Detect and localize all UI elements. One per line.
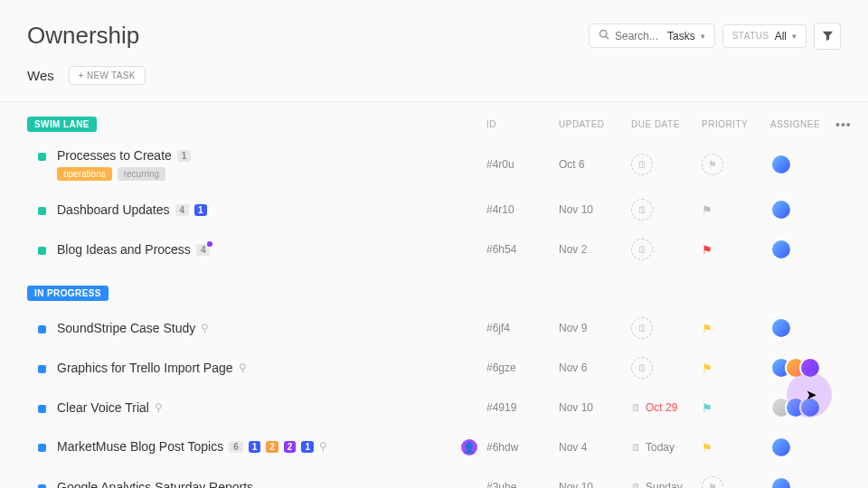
task-title[interactable]: Blog Ideas and Process bbox=[57, 242, 191, 257]
status-dot[interactable] bbox=[38, 325, 46, 333]
task-id[interactable]: #3uhe bbox=[486, 481, 559, 488]
avatar[interactable] bbox=[799, 397, 821, 418]
due-date[interactable]: 🗓Today bbox=[631, 441, 702, 454]
subtask-count: 6 bbox=[229, 441, 243, 453]
status-dot[interactable] bbox=[38, 365, 46, 373]
avatar[interactable] bbox=[799, 357, 821, 379]
status-dot[interactable] bbox=[38, 247, 46, 255]
avatar[interactable] bbox=[770, 154, 792, 175]
new-task-button[interactable]: + NEW TASK bbox=[69, 66, 146, 85]
assignee[interactable] bbox=[770, 397, 835, 418]
priority-empty[interactable]: ⚑ bbox=[702, 154, 770, 175]
tag[interactable]: operations bbox=[57, 167, 112, 181]
task-badge: 1 bbox=[194, 204, 207, 216]
mention-icon[interactable]: 👤 bbox=[461, 439, 477, 455]
due-date-empty[interactable]: 🗓 bbox=[631, 317, 702, 339]
task-row[interactable]: Dashboard Updates 41 #4r10Nov 10🗓⚑ bbox=[27, 190, 841, 230]
avatar[interactable] bbox=[770, 239, 792, 260]
group-pill[interactable]: IN PROGRESS bbox=[27, 286, 108, 301]
task-row[interactable]: MarketMuse Blog Post Topics 61221⚲ 👤 #6h… bbox=[27, 427, 841, 467]
col-id[interactable]: ID bbox=[486, 119, 559, 129]
assignee[interactable] bbox=[770, 476, 835, 488]
status-dot[interactable] bbox=[38, 207, 46, 215]
due-date-empty[interactable]: 🗓 bbox=[631, 239, 702, 260]
priority-flag[interactable]: ⚑ bbox=[702, 243, 770, 257]
task-title[interactable]: MarketMuse Blog Post Topics bbox=[57, 439, 223, 454]
assignee[interactable] bbox=[770, 317, 835, 339]
task-id[interactable]: #4r0u bbox=[486, 158, 559, 171]
due-date[interactable]: 🗓Oct 29 bbox=[631, 401, 702, 414]
calendar-icon: 🗓 bbox=[631, 317, 653, 339]
due-date-empty[interactable]: 🗓 bbox=[631, 199, 702, 221]
task-row[interactable]: Blog Ideas and Process 4 #6h54Nov 2🗓⚑ bbox=[27, 230, 841, 269]
status-dot[interactable] bbox=[38, 153, 46, 161]
col-priority[interactable]: PRIORITY bbox=[702, 119, 770, 129]
task-row[interactable]: Graphics for Trello Import Page ⚲ #6gzeN… bbox=[27, 348, 841, 388]
status-dot[interactable] bbox=[38, 444, 46, 452]
due-date[interactable]: 🗓Sunday bbox=[631, 481, 702, 488]
column-headers: SWIM LANE ID UPDATED DUE DATE PRIORITY A… bbox=[27, 115, 841, 139]
avatar[interactable] bbox=[770, 317, 792, 339]
status-value: All bbox=[775, 30, 787, 42]
task-title[interactable]: Dashboard Updates bbox=[57, 202, 170, 217]
col-updated[interactable]: UPDATED bbox=[559, 119, 631, 129]
col-due[interactable]: DUE DATE bbox=[631, 119, 702, 129]
group-pill[interactable]: SWIM LANE bbox=[27, 117, 97, 132]
search-input[interactable] bbox=[615, 30, 662, 42]
search-scope[interactable]: Tasks bbox=[667, 30, 695, 42]
col-assignee[interactable]: ASSIGNEE bbox=[770, 119, 835, 129]
assignee[interactable] bbox=[770, 199, 835, 221]
avatar[interactable] bbox=[770, 476, 792, 488]
priority-flag[interactable]: ⚑ bbox=[702, 203, 770, 217]
flag-icon: ⚑ bbox=[702, 243, 712, 257]
filter-button[interactable] bbox=[814, 23, 841, 50]
flag-icon: ⚑ bbox=[702, 476, 723, 488]
task-id[interactable]: #4r10 bbox=[486, 203, 559, 216]
tag[interactable]: recurring bbox=[118, 167, 165, 181]
chevron-down-icon: ▾ bbox=[701, 32, 705, 41]
assignee[interactable] bbox=[770, 436, 835, 458]
status-filter[interactable]: STATUS All ▾ bbox=[722, 24, 807, 48]
task-title[interactable]: Google Analytics Saturday Reports bbox=[57, 480, 253, 488]
priority-flag[interactable]: ⚑ bbox=[702, 361, 770, 375]
updated-date: Nov 6 bbox=[559, 361, 631, 374]
task-id[interactable]: #6h54 bbox=[486, 243, 559, 256]
updated-date: Nov 9 bbox=[559, 322, 631, 334]
more-columns-button[interactable]: ••• bbox=[835, 117, 850, 132]
priority-flag[interactable]: ⚑ bbox=[702, 401, 770, 415]
flag-icon: ⚑ bbox=[702, 361, 712, 375]
assignee[interactable] bbox=[770, 154, 835, 175]
status-dot[interactable] bbox=[38, 484, 46, 488]
task-row[interactable]: SoundStripe Case Study ⚲ #6jf4Nov 9🗓⚑ bbox=[27, 308, 841, 348]
task-badge: 2 bbox=[284, 441, 297, 453]
task-list: SWIM LANE ID UPDATED DUE DATE PRIORITY A… bbox=[0, 102, 868, 488]
subtask-count: 4 bbox=[175, 204, 190, 216]
assignee[interactable] bbox=[770, 357, 835, 379]
task-title[interactable]: Clear Voice Trial bbox=[57, 400, 149, 415]
task-row[interactable]: Google Analytics Saturday Reports #3uheN… bbox=[27, 467, 841, 488]
avatar[interactable] bbox=[770, 199, 792, 221]
task-id[interactable]: #4919 bbox=[486, 401, 559, 414]
status-dot[interactable] bbox=[38, 405, 46, 413]
search-box[interactable]: Tasks ▾ bbox=[589, 23, 715, 48]
task-row[interactable]: Processes to Create 1 operationsrecurrin… bbox=[27, 139, 841, 190]
priority-empty[interactable]: ⚑ bbox=[702, 476, 770, 488]
avatar[interactable] bbox=[770, 436, 792, 458]
due-date-empty[interactable]: 🗓 bbox=[631, 357, 702, 379]
task-row[interactable]: Clear Voice Trial ⚲ #4919Nov 10🗓Oct 29⚑ bbox=[27, 388, 841, 427]
status-label: STATUS bbox=[732, 31, 769, 41]
due-date-empty[interactable]: 🗓 bbox=[631, 154, 702, 175]
task-id[interactable]: #6jf4 bbox=[486, 322, 559, 334]
svg-line-1 bbox=[606, 36, 609, 39]
priority-flag[interactable]: ⚑ bbox=[702, 322, 770, 335]
task-title[interactable]: Graphics for Trello Import Page bbox=[57, 361, 233, 375]
task-title[interactable]: SoundStripe Case Study bbox=[57, 321, 195, 335]
page-title: Ownership bbox=[27, 22, 139, 50]
assignee-name: Wes bbox=[27, 68, 54, 83]
updated-date: Nov 10 bbox=[559, 401, 631, 414]
task-id[interactable]: #6gze bbox=[486, 361, 559, 374]
task-id[interactable]: #6hdw bbox=[486, 441, 559, 454]
priority-flag[interactable]: ⚑ bbox=[702, 441, 770, 455]
task-title[interactable]: Processes to Create bbox=[57, 148, 172, 163]
assignee[interactable] bbox=[770, 239, 835, 260]
